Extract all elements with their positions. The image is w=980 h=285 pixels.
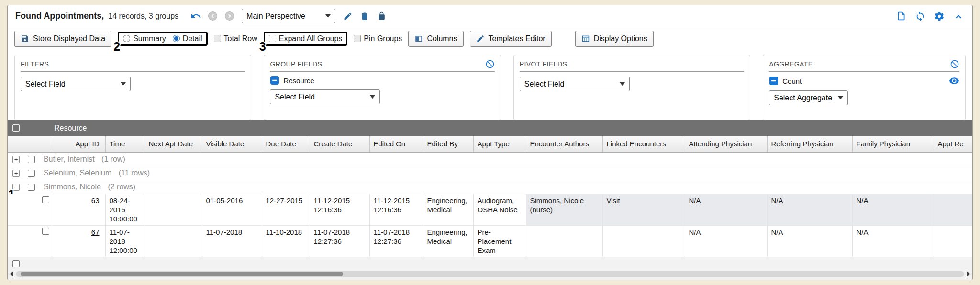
column-header-encounter-authors[interactable]: Encounter Authors xyxy=(526,136,602,152)
column-header-due-date[interactable]: Due Date xyxy=(262,136,310,152)
remove-field-minus-icon[interactable] xyxy=(769,76,779,86)
store-displayed-data-button[interactable]: Store Displayed Data xyxy=(14,31,111,47)
row-checkbox[interactable] xyxy=(42,228,49,235)
total-row-checkbox[interactable]: Total Row xyxy=(214,34,257,43)
expand-group-icon[interactable]: + xyxy=(12,156,20,163)
refresh-icon[interactable] xyxy=(914,10,926,22)
history-back-icon[interactable] xyxy=(206,10,219,22)
page-title: Found Appointments, xyxy=(15,11,104,21)
select-all-checkbox[interactable] xyxy=(12,124,20,132)
expand-all-groups-checkbox-box[interactable] xyxy=(269,35,276,42)
header-bar: Found Appointments, 14 records, 3 groups… xyxy=(8,5,972,27)
column-header-row: Appt ID Time Next Apt Date Visible Date … xyxy=(8,136,972,152)
column-header-edited-by[interactable]: Edited By xyxy=(423,136,473,152)
column-header-next-apt-date[interactable]: Next Apt Date xyxy=(145,136,202,152)
column-header-appt-type[interactable]: Appt Type xyxy=(473,136,526,152)
total-row-label: Total Row xyxy=(224,34,257,43)
aggregate-panel-title: AGGREGATE xyxy=(769,60,813,68)
summary-radio-circle[interactable] xyxy=(123,35,130,42)
collapse-up-icon[interactable] xyxy=(952,10,965,22)
group-checkbox[interactable] xyxy=(28,156,35,163)
pivot-fields-select[interactable]: Select Field xyxy=(520,77,630,91)
cell-edited-on: 11-07-2018 12:27:36 xyxy=(369,225,423,257)
aggregate-panel: AGGREGATE Count Select Aggregate xyxy=(763,55,966,120)
collapse-group-icon[interactable]: − xyxy=(12,184,20,191)
lock-perspective-icon[interactable] xyxy=(375,10,388,22)
display-options-label: Display Options xyxy=(594,34,647,43)
aggregate-select[interactable]: Select Aggregate xyxy=(769,90,848,105)
column-header-appt-re[interactable]: Appt Re xyxy=(934,136,972,152)
column-header-appt-id[interactable]: Appt ID xyxy=(52,136,105,152)
report-page-icon[interactable] xyxy=(895,10,907,22)
expand-all-groups-checkbox[interactable]: Expand All Groups xyxy=(269,34,343,43)
cell-appt-re xyxy=(934,225,972,257)
footer-select-checkbox[interactable] xyxy=(12,260,20,267)
column-header-attending-physician[interactable]: Attending Physician xyxy=(685,136,767,152)
cell-appt-type: Pre-Placement Exam xyxy=(473,225,526,257)
group-band: Resource xyxy=(8,120,972,136)
edit-perspective-icon[interactable] xyxy=(342,10,354,22)
templates-editor-button[interactable]: Templates Editor xyxy=(470,31,552,47)
detail-radio[interactable]: Detail xyxy=(173,34,202,43)
summary-radio-label: Summary xyxy=(133,34,166,43)
row-checkbox[interactable] xyxy=(42,196,49,203)
filters-field-select[interactable]: Select Field xyxy=(21,77,131,91)
visibility-eye-icon[interactable] xyxy=(949,76,959,86)
column-header-family-physician[interactable]: Family Physician xyxy=(852,136,934,152)
group-name: Simmons, Nicole xyxy=(44,183,101,191)
cell-linked-encounters xyxy=(602,225,685,257)
group-fields-panel-title: GROUP FIELDS xyxy=(270,60,322,68)
table-grid-icon xyxy=(581,34,590,43)
group-fields-select[interactable]: Select Field xyxy=(270,89,380,104)
detail-radio-circle[interactable] xyxy=(173,35,180,42)
cell-appt-re xyxy=(934,194,972,225)
group-field-item-label: Resource xyxy=(283,77,314,85)
pin-groups-label: Pin Groups xyxy=(364,34,402,43)
column-header-time[interactable]: Time xyxy=(105,136,145,152)
clear-group-fields-icon[interactable] xyxy=(485,59,495,69)
column-header-referring-physician[interactable]: Referring Physician xyxy=(767,136,852,152)
summary-radio[interactable]: Summary xyxy=(123,34,166,43)
display-options-button[interactable]: Display Options xyxy=(575,31,654,47)
appt-id-link[interactable]: 63 xyxy=(91,197,100,205)
clear-aggregate-icon[interactable] xyxy=(950,59,959,69)
column-header-visible-date[interactable]: Visible Date xyxy=(202,136,262,152)
delete-perspective-icon[interactable] xyxy=(358,10,371,22)
cell-family-physician: N/A xyxy=(852,194,934,225)
scrollbar-track[interactable] xyxy=(16,271,964,277)
column-header-linked-encounters[interactable]: Linked Encounters xyxy=(602,136,685,152)
aggregate-panel-header: AGGREGATE xyxy=(769,59,959,72)
scrollbar-thumb[interactable] xyxy=(21,272,343,276)
pivot-fields-panel-header: PIVOT FIELDS xyxy=(520,59,744,72)
aggregate-select-value: Select Aggregate xyxy=(774,94,832,102)
cell-family-physician: N/A xyxy=(852,225,934,257)
history-forward-icon[interactable] xyxy=(223,10,235,22)
save-icon xyxy=(21,34,29,43)
group-row-count: (11 rows) xyxy=(119,169,150,177)
cell-referring-physician: N/A xyxy=(767,225,852,257)
undo-icon[interactable] xyxy=(189,10,202,22)
scroll-right-arrow-icon[interactable] xyxy=(967,271,970,277)
header-right-tools xyxy=(895,10,965,22)
group-checkbox[interactable] xyxy=(28,170,35,177)
perspective-select-value: Main Perspective xyxy=(246,12,305,21)
detail-mode-annotation-box: Summary Detail 2 xyxy=(118,32,207,46)
group-checkbox[interactable] xyxy=(28,184,35,191)
expand-group-icon[interactable]: + xyxy=(12,170,20,177)
column-header-create-date[interactable]: Create Date xyxy=(310,136,369,152)
remove-field-minus-icon[interactable] xyxy=(270,76,279,85)
selector-column-header xyxy=(8,136,52,152)
cell-attending-physician: N/A xyxy=(685,194,767,225)
columns-button[interactable]: Columns xyxy=(408,31,463,47)
group-name: Selenium, Selenium xyxy=(44,169,111,177)
total-row-checkbox-box[interactable] xyxy=(214,35,221,42)
pin-groups-checkbox[interactable]: Pin Groups xyxy=(354,34,402,43)
scroll-left-arrow-icon[interactable] xyxy=(10,271,13,277)
column-header-edited-on[interactable]: Edited On xyxy=(369,136,423,152)
pin-groups-checkbox-box[interactable] xyxy=(354,35,361,42)
appointments-table: Appt ID Time Next Apt Date Visible Date … xyxy=(8,136,972,257)
group-field-item: Resource xyxy=(270,76,494,85)
settings-gear-icon[interactable] xyxy=(933,10,946,22)
appt-id-link[interactable]: 67 xyxy=(91,228,100,236)
perspective-select[interactable]: Main Perspective xyxy=(242,9,335,23)
